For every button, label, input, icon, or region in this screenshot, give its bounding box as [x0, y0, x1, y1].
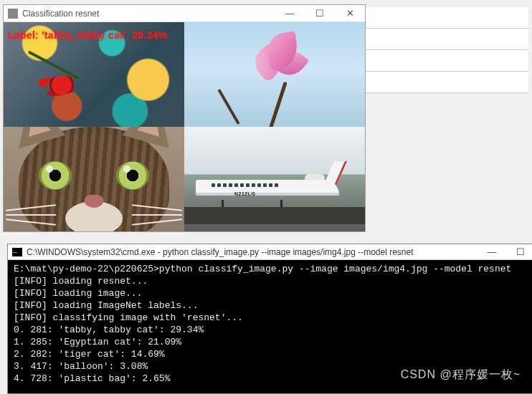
- maximize-button[interactable]: ☐: [305, 5, 335, 22]
- cmd-minimize-button[interactable]: —: [478, 244, 506, 260]
- cmd-maximize-button[interactable]: ☐: [506, 244, 532, 260]
- cmd-line: 0. 281: 'tabby, tabby cat': 29.34%: [14, 325, 204, 335]
- cmd-line: 2. 282: 'tiger cat': 14.69%: [14, 349, 165, 360]
- cmd-window-title: C:\WINDOWS\system32\cmd.exe - python cla…: [27, 247, 478, 257]
- image-tile-airplane: N212LG: [184, 127, 365, 231]
- plane-registration: N212LG: [234, 191, 255, 196]
- cmd-line: 1. 285: 'Egyptian cat': 21.09%: [14, 337, 181, 347]
- cmd-prompt: E:\mat\py-demo-22\p220625>: [14, 264, 159, 274]
- cmd-titlebar[interactable]: C:\WINDOWS\system32\cmd.exe - python cla…: [8, 244, 532, 260]
- image-tile-flower-bokeh: Label: 'tabby, tabby cat', 29.34%: [4, 22, 184, 127]
- close-button[interactable]: ✕: [335, 5, 365, 22]
- background-panel: [360, 7, 528, 93]
- watermark: CSDN @程序媛一枚~: [401, 367, 521, 383]
- image-viewer-window: Classification resnet — ☐ ✕ Label: 'tabb…: [3, 4, 366, 232]
- cmd-line: 3. 417: 'balloon': 3.08%: [14, 361, 148, 372]
- minimize-button[interactable]: —: [275, 5, 305, 22]
- cmd-line: [INFO] loading ImageNet labels...: [14, 300, 198, 311]
- image-tile-tabby-cat: [4, 127, 184, 231]
- cmd-command: python classify_image.py --image images/…: [159, 264, 511, 274]
- cmd-line: 4. 728: 'plastic bag': 2.65%: [14, 373, 170, 384]
- app-icon: [8, 9, 18, 19]
- cmd-line: [INFO] classifying image with 'resnet'..…: [14, 312, 243, 323]
- image-grid: Label: 'tabby, tabby cat', 29.34%: [4, 22, 365, 231]
- cmd-line: [INFO] loading resnet...: [14, 276, 148, 287]
- cmd-icon: [12, 248, 22, 256]
- classification-overlay-label: Label: 'tabby, tabby cat', 29.34%: [8, 29, 167, 41]
- image-tile-magnolia: [184, 22, 365, 127]
- window-title: Classification resnet: [22, 9, 275, 19]
- titlebar[interactable]: Classification resnet — ☐ ✕: [4, 5, 365, 22]
- cmd-line: [INFO] loading image...: [14, 288, 142, 299]
